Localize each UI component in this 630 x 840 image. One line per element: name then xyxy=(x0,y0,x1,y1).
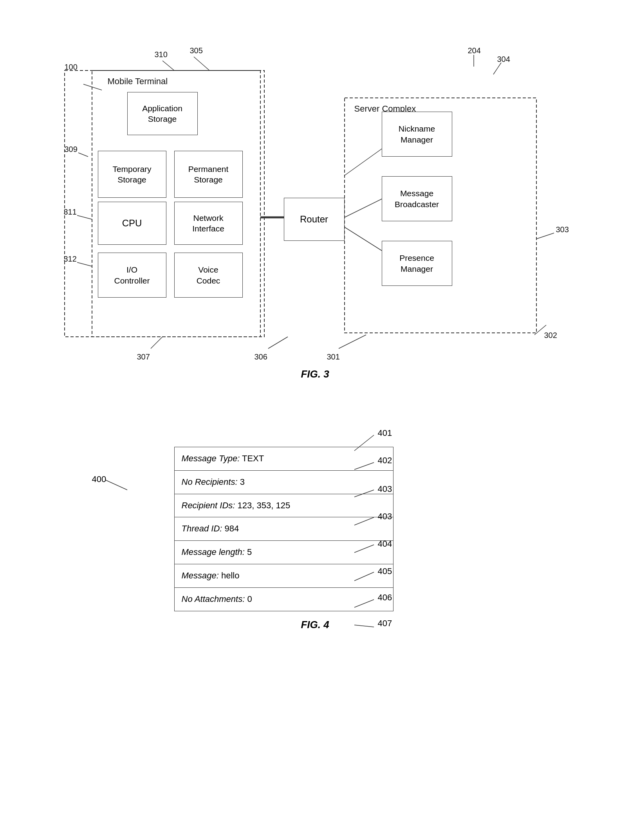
ref-306: 306 xyxy=(255,352,267,361)
svg-line-5 xyxy=(162,61,174,70)
svg-line-18 xyxy=(345,199,382,217)
svg-line-10 xyxy=(268,337,288,349)
fig4-diagram: 400 401 402 403 403 404 405 406 407 Mes xyxy=(80,412,550,639)
fig4-row-4: Thread ID: 984 xyxy=(175,517,393,541)
ref-401: 401 xyxy=(378,428,392,438)
ref-305: 305 xyxy=(190,46,203,55)
fig4-row-2: No Recipients: 3 xyxy=(175,471,393,494)
svg-line-4 xyxy=(78,153,88,157)
svg-line-11 xyxy=(339,335,366,349)
svg-line-17 xyxy=(345,149,382,175)
ref-304: 304 xyxy=(497,55,510,64)
io-controller-box: I/OController xyxy=(98,253,166,298)
fig4-row-6: Message: hello xyxy=(175,564,393,588)
svg-line-14 xyxy=(493,63,501,74)
application-storage-box: Application Storage xyxy=(127,92,198,135)
svg-line-19 xyxy=(345,227,382,251)
router-box: Router xyxy=(284,198,345,241)
svg-line-9 xyxy=(151,337,162,349)
ref-400: 400 xyxy=(92,474,107,484)
fig4-row-7: No Attachments: 0 xyxy=(175,588,393,611)
svg-line-8 xyxy=(77,262,92,266)
svg-line-20 xyxy=(106,480,127,490)
ref-310: 310 xyxy=(155,50,168,59)
permanent-storage-box: PermanentStorage xyxy=(174,151,243,198)
ref-307: 307 xyxy=(137,352,150,361)
network-interface-box: Network Interface xyxy=(174,202,243,245)
voice-codec-box: VoiceCodec xyxy=(174,253,243,298)
nickname-manager-box: NicknameManager xyxy=(382,112,452,157)
svg-line-7 xyxy=(77,215,92,219)
ref-301: 301 xyxy=(327,352,340,361)
fig4-row-5: Message length: 5 xyxy=(175,541,393,564)
ref-303: 303 xyxy=(556,225,569,234)
mobile-terminal-label: Mobile Terminal xyxy=(108,76,168,87)
fig4-caption: FIG. 4 xyxy=(301,619,329,630)
ref-204: 204 xyxy=(468,46,481,55)
svg-line-6 xyxy=(194,57,209,70)
svg-line-3 xyxy=(83,84,102,90)
ref-302: 302 xyxy=(544,331,557,340)
fig4-table: Message Type: TEXT No Recipients: 3 Reci… xyxy=(174,447,394,611)
fig4-row-1: Message Type: TEXT xyxy=(175,447,393,471)
cpu-box: CPU xyxy=(98,202,166,245)
svg-line-13 xyxy=(536,233,554,239)
ref-312: 312 xyxy=(64,255,77,264)
ref-100: 100 xyxy=(65,63,78,72)
ref-311: 311 xyxy=(64,208,77,217)
fig3-diagram: 100 310 305 309 311 312 307 306 301 302 … xyxy=(41,39,589,423)
page: 100 310 305 309 311 312 307 306 301 302 … xyxy=(0,0,630,840)
ref-309: 309 xyxy=(65,145,78,154)
temporary-storage-box: Temporary Storage xyxy=(98,151,166,198)
message-broadcaster-box: Message Broadcaster xyxy=(382,176,452,221)
fig4-row-3: Recipient IDs: 123, 353, 125 xyxy=(175,494,393,518)
presence-manager-box: Presence Manager xyxy=(382,241,452,286)
